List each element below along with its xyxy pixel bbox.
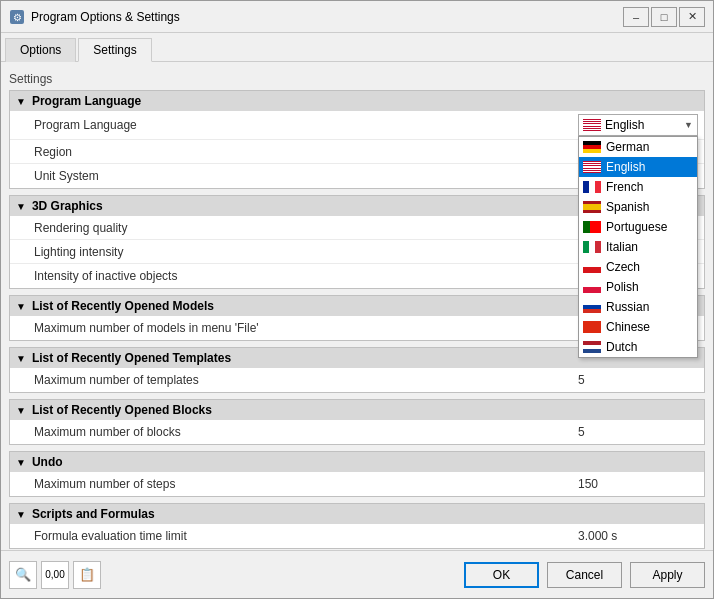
bottom-toolbar: 🔍 0,00 📋 OK Cancel Apply <box>1 550 713 598</box>
toolbar-icon-group: 🔍 0,00 📋 <box>9 561 464 589</box>
section-header-program-language[interactable]: ▼ Program Language <box>9 90 705 111</box>
flag-cz-icon <box>583 261 601 273</box>
flag-it-icon <box>583 241 601 253</box>
section-body-recently-templates: Maximum number of templates 5 <box>9 368 705 393</box>
section-recently-blocks: ▼ List of Recently Opened Blocks Maximum… <box>9 399 705 445</box>
section-title-recently-templates: List of Recently Opened Templates <box>32 351 231 365</box>
label-italian: Italian <box>606 240 638 254</box>
row-formula-time: Formula evaluation time limit 3.000 s <box>10 524 704 548</box>
label-region: Region <box>34 145 578 159</box>
value-max-templates: 5 <box>578 373 698 387</box>
label-czech: Czech <box>606 260 640 274</box>
ok-button[interactable]: OK <box>464 562 539 588</box>
language-dropdown-container: English ▼ German English <box>578 114 698 136</box>
row-max-templates: Maximum number of templates 5 <box>10 368 704 392</box>
settings-group-label: Settings <box>9 70 705 90</box>
dropdown-item-chinese[interactable]: Chinese <box>579 317 697 337</box>
section-program-language: ▼ Program Language Program Language Engl… <box>9 90 705 189</box>
section-header-recently-blocks[interactable]: ▼ List of Recently Opened Blocks <box>9 399 705 420</box>
label-dutch: Dutch <box>606 340 637 354</box>
value-max-steps: 150 <box>578 477 698 491</box>
label-max-templates: Maximum number of templates <box>34 373 578 387</box>
flag-ru-icon <box>583 301 601 313</box>
dropdown-chevron-icon: ▼ <box>684 120 693 130</box>
apply-button[interactable]: Apply <box>630 562 705 588</box>
window-icon: ⚙ <box>9 9 25 25</box>
section-body-recently-blocks: Maximum number of blocks 5 <box>9 420 705 445</box>
label-german: German <box>606 140 649 154</box>
tab-bar: Options Settings <box>1 33 713 62</box>
window-controls: – □ ✕ <box>623 7 705 27</box>
section-header-undo[interactable]: ▼ Undo <box>9 451 705 472</box>
language-dropdown-trigger[interactable]: English ▼ <box>578 114 698 136</box>
search-icon: 🔍 <box>15 567 31 582</box>
label-program-language: Program Language <box>34 118 578 132</box>
label-max-steps: Maximum number of steps <box>34 477 578 491</box>
minimize-button[interactable]: – <box>623 7 649 27</box>
chevron-icon-program-language: ▼ <box>16 96 26 107</box>
section-body-program-language: Program Language English ▼ German <box>9 111 705 189</box>
row-max-blocks: Maximum number of blocks 5 <box>10 420 704 444</box>
section-title-scripts: Scripts and Formulas <box>32 507 155 521</box>
dropdown-item-portuguese[interactable]: Portuguese <box>579 217 697 237</box>
value-max-blocks: 5 <box>578 425 698 439</box>
label-russian: Russian <box>606 300 649 314</box>
dropdown-item-spanish[interactable]: Spanish <box>579 197 697 217</box>
flag-pt-icon <box>583 221 601 233</box>
main-window: ⚙ Program Options & Settings – □ ✕ Optio… <box>0 0 714 599</box>
dropdown-item-italian[interactable]: Italian <box>579 237 697 257</box>
chevron-icon-3d-graphics: ▼ <box>16 201 26 212</box>
row-program-language: Program Language English ▼ German <box>10 111 704 140</box>
chevron-icon-recently-models: ▼ <box>16 301 26 312</box>
chevron-icon-recently-blocks: ▼ <box>16 405 26 416</box>
calculator-toolbar-button[interactable]: 0,00 <box>41 561 69 589</box>
dialog-button-group: OK Cancel Apply <box>464 562 705 588</box>
section-body-scripts: Formula evaluation time limit 3.000 s <box>9 524 705 549</box>
label-formula-time: Formula evaluation time limit <box>34 529 578 543</box>
maximize-button[interactable]: □ <box>651 7 677 27</box>
flag-es-icon <box>583 201 601 213</box>
section-header-scripts[interactable]: ▼ Scripts and Formulas <box>9 503 705 524</box>
selected-flag-icon <box>583 119 601 131</box>
flag-pl-icon <box>583 281 601 293</box>
label-polish: Polish <box>606 280 639 294</box>
section-undo: ▼ Undo Maximum number of steps 150 <box>9 451 705 497</box>
dropdown-item-czech[interactable]: Czech <box>579 257 697 277</box>
clipboard-toolbar-button[interactable]: 📋 <box>73 561 101 589</box>
dropdown-item-polish[interactable]: Polish <box>579 277 697 297</box>
title-bar: ⚙ Program Options & Settings – □ ✕ <box>1 1 713 33</box>
svg-text:⚙: ⚙ <box>13 12 22 23</box>
label-unit-system: Unit System <box>34 169 578 183</box>
clipboard-icon: 📋 <box>79 567 95 582</box>
label-max-blocks: Maximum number of blocks <box>34 425 578 439</box>
tab-settings[interactable]: Settings <box>78 38 151 62</box>
search-toolbar-button[interactable]: 🔍 <box>9 561 37 589</box>
close-button[interactable]: ✕ <box>679 7 705 27</box>
flag-fr-icon <box>583 181 601 193</box>
section-title-recently-blocks: List of Recently Opened Blocks <box>32 403 212 417</box>
section-title-3d-graphics: 3D Graphics <box>32 199 103 213</box>
label-spanish: Spanish <box>606 200 649 214</box>
flag-nl-icon <box>583 341 601 353</box>
dropdown-item-english[interactable]: English <box>579 157 697 177</box>
chevron-icon-recently-templates: ▼ <box>16 353 26 364</box>
flag-de-icon <box>583 141 601 153</box>
section-scripts: ▼ Scripts and Formulas Formula evaluatio… <box>9 503 705 549</box>
section-body-undo: Maximum number of steps 150 <box>9 472 705 497</box>
label-portuguese: Portuguese <box>606 220 667 234</box>
dropdown-item-german[interactable]: German <box>579 137 697 157</box>
chevron-icon-undo: ▼ <box>16 457 26 468</box>
dropdown-item-russian[interactable]: Russian <box>579 297 697 317</box>
label-english: English <box>606 160 645 174</box>
dropdown-item-french[interactable]: French <box>579 177 697 197</box>
cancel-button[interactable]: Cancel <box>547 562 622 588</box>
language-dropdown-list: German English French <box>578 136 698 358</box>
section-title-program-language: Program Language <box>32 94 141 108</box>
flag-cn-icon <box>583 321 601 333</box>
selected-language-label: English <box>605 118 644 132</box>
tab-options[interactable]: Options <box>5 38 76 62</box>
chevron-icon-scripts: ▼ <box>16 509 26 520</box>
dropdown-item-dutch[interactable]: Dutch <box>579 337 697 357</box>
section-title-undo: Undo <box>32 455 63 469</box>
row-max-steps: Maximum number of steps 150 <box>10 472 704 496</box>
